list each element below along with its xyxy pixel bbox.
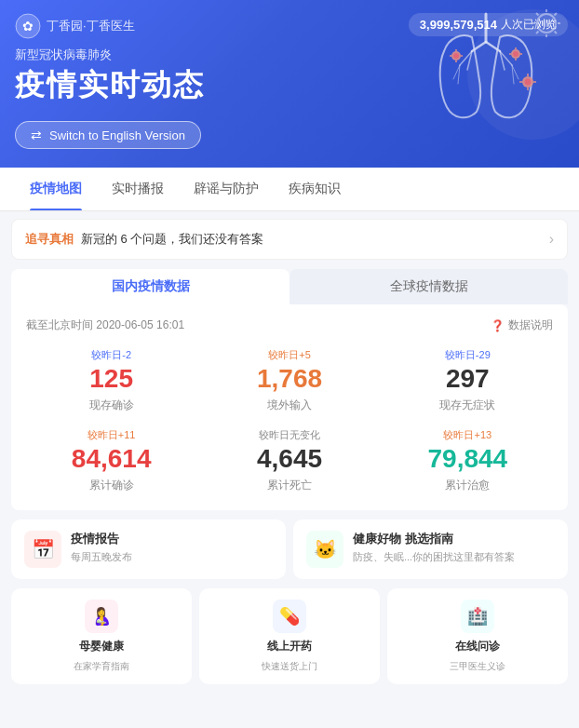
data-note-button[interactable]: ❓ 数据说明	[491, 317, 553, 333]
tab-rumor[interactable]: 辟谣与防护	[179, 168, 274, 210]
maternal-icon: 🤱	[85, 600, 118, 633]
news-text: 新冠的 6 个问题，我们还没有答案	[81, 231, 549, 248]
stat-change-1: 较昨日-2	[26, 348, 196, 362]
medicine-title: 线上开药	[267, 639, 312, 654]
stat-change-5: 较昨日无变化	[204, 428, 374, 442]
stat-label-2: 境外输入	[204, 398, 374, 413]
switch-icon: ⇄	[31, 128, 42, 142]
maternal-subtitle: 在家学育指南	[74, 660, 129, 673]
stat-active-cases: 较昨日-2 125 现存确诊	[26, 348, 196, 413]
stat-asymptomatic: 较昨日-29 297 现存无症状	[383, 348, 553, 413]
maternal-title: 母婴健康	[79, 639, 124, 654]
stat-value-3: 297	[383, 365, 553, 394]
stats-header: 截至北京时间 2020-06-05 16:01 ❓ 数据说明	[26, 317, 553, 333]
bottom-card-medicine[interactable]: 💊 线上开药 快速送货上门	[199, 588, 380, 684]
stat-change-3: 较昨日-29	[383, 348, 553, 362]
stat-label-6: 累计治愈	[383, 478, 553, 493]
switch-language-button[interactable]: ⇄ Switch to English Version	[15, 121, 201, 149]
health-title: 健康好物 挑选指南	[353, 531, 515, 547]
stat-value-5: 4,645	[204, 445, 374, 474]
svg-point-25	[525, 79, 532, 86]
timestamp: 截至北京时间 2020-06-05 16:01	[26, 317, 184, 333]
question-icon: ❓	[491, 319, 505, 332]
news-arrow-icon: ›	[549, 231, 554, 248]
news-banner[interactable]: 追寻真相 新冠的 6 个问题，我们还没有答案 ›	[11, 219, 568, 260]
visit-suffix: 人次已浏览	[501, 17, 557, 33]
stat-change-6: 较昨日+13	[383, 428, 553, 442]
report-subtitle: 每周五晚发布	[71, 550, 132, 564]
svg-point-19	[513, 51, 518, 57]
health-icon: 🐱	[306, 531, 343, 568]
main-tabs: 疫情地图 实时播报 辟谣与防护 疾病知识	[0, 168, 579, 211]
data-tabs: 国内疫情数据 全球疫情数据	[11, 269, 568, 304]
stat-imported: 较昨日+5 1,768 境外输入	[204, 348, 374, 413]
switch-label: Switch to English Version	[49, 128, 185, 142]
quick-link-health[interactable]: 🐱 健康好物 挑选指南 防疫、失眠...你的困扰这里都有答案	[293, 519, 568, 579]
quick-link-report[interactable]: 📅 疫情报告 每周五晚发布	[11, 519, 286, 579]
stats-panel: 截至北京时间 2020-06-05 16:01 ❓ 数据说明 较昨日-2 125…	[11, 304, 568, 510]
tab-realtime[interactable]: 实时播报	[97, 168, 179, 210]
health-content: 健康好物 挑选指南 防疫、失眠...你的困扰这里都有答案	[353, 531, 515, 564]
bottom-links: 🤱 母婴健康 在家学育指南 💊 线上开药 快速送货上门 🏥 在线问诊 三甲医生义…	[11, 588, 568, 684]
svg-text:✿: ✿	[22, 19, 34, 34]
stat-value-4: 84,614	[26, 445, 196, 474]
visit-count-badge: 3,999,579,514 人次已浏览	[409, 13, 568, 36]
consultation-title: 在线问诊	[455, 639, 500, 654]
stat-change-2: 较昨日+5	[204, 348, 374, 362]
report-content: 疫情报告 每周五晚发布	[71, 531, 132, 564]
stat-value-6: 79,844	[383, 445, 553, 474]
report-icon: 📅	[24, 531, 61, 568]
data-tab-domestic[interactable]: 国内疫情数据	[11, 269, 290, 304]
logo-icon: ✿	[15, 13, 41, 39]
stat-label-5: 累计死亡	[204, 478, 374, 493]
svg-point-13	[453, 53, 459, 59]
stat-value-1: 125	[26, 365, 196, 394]
consultation-icon: 🏥	[461, 600, 494, 633]
stat-value-2: 1,768	[204, 365, 374, 394]
stat-change-4: 较昨日+11	[26, 428, 196, 442]
stat-label-3: 现存无症状	[383, 398, 553, 413]
stat-label-1: 现存确诊	[26, 398, 196, 413]
tab-epidemic-map[interactable]: 疫情地图	[15, 168, 97, 210]
tab-disease[interactable]: 疾病知识	[274, 168, 356, 210]
stat-label-4: 累计确诊	[26, 478, 196, 493]
header: ✿ 丁香园·丁香医生 3,999,579,514 人次已浏览 新型冠状病毒肺炎 …	[0, 0, 579, 168]
logo-text: 丁香园·丁香医生	[47, 18, 135, 34]
report-title: 疫情报告	[71, 531, 132, 547]
data-tab-global[interactable]: 全球疫情数据	[290, 269, 568, 304]
stat-total-deaths: 较昨日无变化 4,645 累计死亡	[204, 428, 374, 493]
visit-number: 3,999,579,514	[420, 18, 497, 32]
stat-total-recovered: 较昨日+13 79,844 累计治愈	[383, 428, 553, 493]
quick-links: 📅 疫情报告 每周五晚发布 🐱 健康好物 挑选指南 防疫、失眠...你的困扰这里…	[11, 519, 568, 579]
consultation-subtitle: 三甲医生义诊	[450, 660, 505, 673]
bottom-card-consultation[interactable]: 🏥 在线问诊 三甲医生义诊	[387, 588, 568, 684]
stat-total-confirmed: 较昨日+11 84,614 累计确诊	[26, 428, 196, 493]
medicine-icon: 💊	[273, 600, 306, 633]
stats-grid: 较昨日-2 125 现存确诊 较昨日+5 1,768 境外输入 较昨日-29 2…	[26, 348, 553, 493]
data-note-label: 数据说明	[508, 317, 553, 333]
news-tag: 追寻真相	[25, 231, 74, 248]
health-subtitle: 防疫、失眠...你的困扰这里都有答案	[353, 550, 515, 564]
bottom-card-maternal[interactable]: 🤱 母婴健康 在家学育指南	[11, 588, 192, 684]
medicine-subtitle: 快速送货上门	[262, 660, 317, 673]
